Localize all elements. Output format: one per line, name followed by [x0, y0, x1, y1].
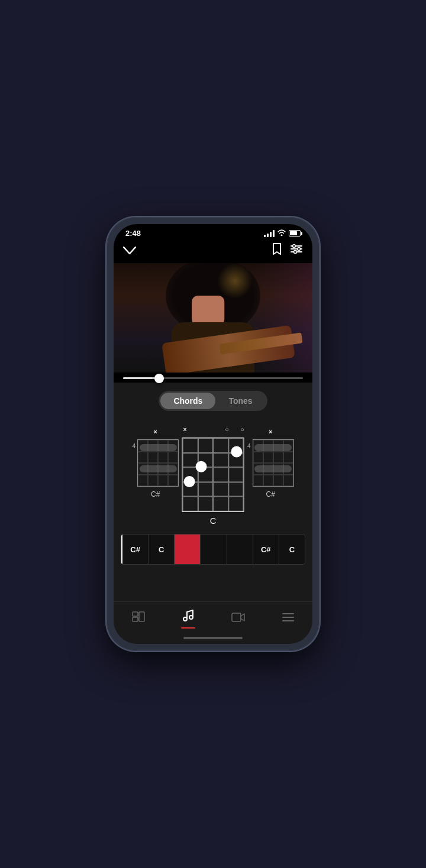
- right-grid-container: 4: [247, 439, 294, 487]
- progress-thumb[interactable]: [154, 374, 164, 383]
- left-grid-container: 4: [132, 439, 179, 487]
- right-chord-label: C#: [266, 490, 275, 498]
- status-time: 2:48: [125, 229, 141, 238]
- progress-track[interactable]: [123, 377, 303, 379]
- center-chord-label: C: [210, 516, 217, 526]
- svg-rect-11: [232, 613, 241, 621]
- chord-dot-3: [184, 476, 195, 487]
- chord-dot-2: [196, 461, 207, 472]
- segment-wrapper: Chords Tones: [159, 391, 267, 411]
- menu-icon: [282, 612, 295, 626]
- svg-point-5: [294, 251, 297, 254]
- right-chord-diagram[interactable]: × 4: [247, 429, 294, 498]
- svg-rect-7: [133, 617, 138, 621]
- center-grid-container: [182, 438, 244, 512]
- chord-area: × 4: [114, 417, 312, 601]
- left-bar-bottom: [140, 465, 177, 472]
- nav-music[interactable]: [172, 607, 205, 631]
- timeline-item-4[interactable]: [227, 535, 253, 564]
- chevron-down-icon[interactable]: [123, 243, 136, 258]
- svg-point-10: [189, 616, 193, 619]
- left-bar-top: [140, 444, 177, 451]
- chord-diagrams: × 4: [114, 423, 312, 529]
- video-camera-icon: [231, 612, 246, 626]
- svg-point-1: [293, 245, 296, 248]
- nav-library[interactable]: [122, 609, 154, 629]
- left-chord-label: C#: [151, 490, 160, 498]
- chord-timeline[interactable]: C# C C# C: [121, 534, 305, 565]
- music-note-icon: [182, 609, 194, 625]
- tones-tab[interactable]: Tones: [215, 393, 265, 409]
- right-fret-number: 4: [247, 443, 251, 449]
- svg-rect-8: [139, 612, 144, 621]
- center-open2-icon: ○: [240, 426, 244, 435]
- timeline-item-3[interactable]: [201, 535, 227, 564]
- status-icons: [264, 229, 301, 237]
- left-chord-diagram[interactable]: × 4: [132, 429, 179, 498]
- timeline-item-6[interactable]: C: [279, 535, 305, 564]
- top-right-icons: [272, 242, 303, 258]
- library-icon: [132, 611, 145, 626]
- chords-tab[interactable]: Chords: [160, 393, 215, 409]
- home-bar: [183, 637, 243, 639]
- wifi-icon: [277, 229, 286, 237]
- nav-video[interactable]: [222, 610, 255, 628]
- timeline-item-2[interactable]: [175, 535, 201, 564]
- bookmark-icon[interactable]: [272, 242, 282, 258]
- svg-rect-6: [133, 612, 138, 616]
- left-muted-icon: ×: [154, 429, 157, 437]
- video-background: [114, 263, 312, 373]
- battery-icon: [289, 230, 301, 237]
- svg-point-3: [298, 248, 301, 251]
- right-muted-icon: ×: [269, 429, 272, 437]
- bottom-nav: [114, 601, 312, 633]
- timeline-item-5[interactable]: C#: [253, 535, 279, 564]
- home-indicator: [114, 633, 312, 644]
- top-controls: [114, 240, 312, 263]
- video-area: [114, 263, 312, 373]
- settings-icon[interactable]: [290, 244, 303, 257]
- phone-frame: 2:48: [106, 217, 320, 651]
- signal-bars-icon: [264, 230, 275, 237]
- left-fret-number: 4: [132, 443, 135, 449]
- nav-active-indicator: [181, 627, 195, 629]
- progress-container[interactable]: [114, 373, 312, 383]
- progress-fill: [123, 377, 159, 379]
- right-bar-bottom: [254, 465, 292, 472]
- svg-point-9: [183, 617, 187, 621]
- segment-control: Chords Tones: [114, 383, 312, 417]
- nav-menu[interactable]: [272, 610, 304, 628]
- left-chord-header: ×: [132, 429, 179, 437]
- center-chord-header: × ○ ○: [182, 426, 244, 435]
- timeline-item-0[interactable]: C#: [121, 535, 149, 564]
- center-chord-diagram[interactable]: × ○ ○: [182, 426, 244, 526]
- phone-screen: 2:48: [114, 224, 312, 644]
- right-chord-header: ×: [247, 429, 294, 437]
- status-bar: 2:48: [114, 224, 312, 240]
- timeline-item-1[interactable]: C: [149, 535, 175, 564]
- chord-dot-1: [231, 446, 242, 458]
- right-bar-top: [254, 444, 292, 451]
